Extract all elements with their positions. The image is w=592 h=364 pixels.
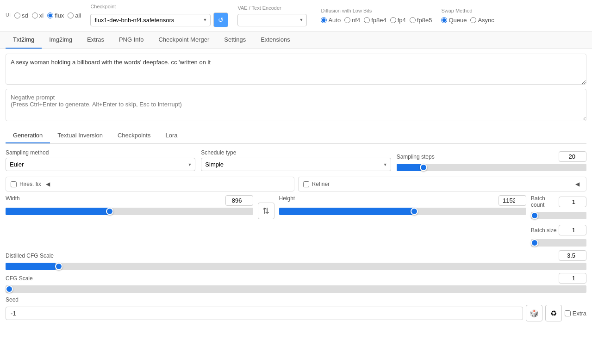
diffusion-auto[interactable]: Auto xyxy=(321,17,341,24)
seed-recycle-btn[interactable]: ♻ xyxy=(545,305,562,321)
sub-tab-textual-inversion[interactable]: Textual Inversion xyxy=(50,128,110,143)
sampling-steps-slider[interactable] xyxy=(397,164,586,171)
dims-batch-row: Width ⇅ Height Batch count xyxy=(6,195,586,247)
hires-collapse-btn[interactable]: ◀ xyxy=(44,180,52,188)
sampling-steps-label: Sampling steps xyxy=(397,154,435,160)
sub-tabs: Generation Textual Inversion Checkpoints… xyxy=(6,128,586,144)
hires-fix-checkbox[interactable] xyxy=(11,181,17,187)
checkpoint-select[interactable]: flux1-dev-bnb-nf4.safetensors xyxy=(90,14,211,26)
tab-extras[interactable]: Extras xyxy=(80,31,112,49)
extra-checkbox-label[interactable]: Extra xyxy=(565,310,586,317)
checkpoint-title: Checkpoint xyxy=(90,4,116,9)
tab-extensions[interactable]: Extensions xyxy=(253,31,298,49)
tab-txt2img[interactable]: Txt2img xyxy=(6,31,42,49)
width-label: Width xyxy=(6,195,20,206)
main-content: A sexy woman holding a billboard with th… xyxy=(0,49,592,326)
swap-queue[interactable]: Queue xyxy=(441,17,467,24)
sampling-method-col: Sampling method Euler Euler a DPM++ 2M D… xyxy=(6,149,195,171)
sampling-method-select[interactable]: Euler Euler a DPM++ 2M DPM++ SDE DDIM xyxy=(6,158,195,171)
batch-size-slider[interactable] xyxy=(531,239,586,247)
swap-method-radio-group: Queue Async xyxy=(441,17,494,24)
ui-radio-xl[interactable]: xl xyxy=(32,12,44,19)
diffusion-section: Diffusion with Low Bits Auto nf4 fp8e4 f… xyxy=(321,8,432,24)
diffusion-fp4[interactable]: fp4 xyxy=(390,17,406,24)
cfg-scale-row: CFG Scale xyxy=(6,273,586,293)
sub-tab-checkpoints[interactable]: Checkpoints xyxy=(110,128,158,143)
width-col: Width xyxy=(6,195,253,215)
checkpoint-section: Checkpoint flux1-dev-bnb-nf4.safetensors… xyxy=(90,4,228,27)
main-tabs: Txt2img Img2img Extras PNG Info Checkpoi… xyxy=(0,31,592,49)
steps-col: Sampling steps xyxy=(397,151,586,171)
sub-tab-generation[interactable]: Generation xyxy=(6,128,50,143)
distilled-cfg-slider[interactable] xyxy=(6,263,586,270)
generation-panel: Sampling method Euler Euler a DPM++ 2M D… xyxy=(6,149,586,321)
cfg-scale-slider[interactable] xyxy=(6,285,586,293)
vae-title: VAE / Text Encoder xyxy=(237,5,281,11)
cfg-scale-value[interactable] xyxy=(559,273,586,284)
refiner-box: Refiner ◀ xyxy=(298,177,587,191)
schedule-type-label: Schedule type xyxy=(201,149,391,156)
height-slider[interactable] xyxy=(279,208,527,215)
swap-method-section: Swap Method Queue Async xyxy=(441,8,494,24)
width-value[interactable] xyxy=(225,195,253,206)
diffusion-title: Diffusion with Low Bits xyxy=(321,8,372,13)
sampling-row: Sampling method Euler Euler a DPM++ 2M D… xyxy=(6,149,586,171)
diffusion-nf4[interactable]: nf4 xyxy=(344,17,360,24)
checkpoint-icon-btn[interactable]: ↺ xyxy=(213,12,228,27)
batch-size-label: Batch size xyxy=(531,227,556,234)
top-bar: UI sd xl flux all Checkpoint flux1-dev-b… xyxy=(0,0,592,31)
swap-dims-btn[interactable]: ⇅ xyxy=(258,203,274,219)
batch-size-value[interactable] xyxy=(559,225,586,235)
tab-png-info[interactable]: PNG Info xyxy=(112,31,151,49)
height-value[interactable] xyxy=(499,195,526,206)
negative-prompt-wrapper xyxy=(6,86,586,123)
ui-radio-group: sd xl flux all xyxy=(14,12,81,19)
tab-checkpoint-merger[interactable]: Checkpoint Merger xyxy=(151,31,217,49)
positive-prompt[interactable]: A sexy woman holding a billboard with th… xyxy=(6,54,586,85)
cfg-scale-label: CFG Scale xyxy=(6,275,33,282)
diffusion-fp8e5[interactable]: fp8e5 xyxy=(410,17,432,24)
ui-section: UI sd xl flux all xyxy=(6,12,81,19)
height-col: Height xyxy=(279,195,527,215)
ui-radio-all[interactable]: all xyxy=(68,12,81,19)
distilled-cfg-value[interactable] xyxy=(559,250,586,261)
extra-label: Extra xyxy=(573,310,586,317)
diffusion-fp8e4[interactable]: fp8e4 xyxy=(364,17,386,24)
sampling-method-label: Sampling method xyxy=(6,149,195,156)
seed-input[interactable] xyxy=(6,307,523,320)
sampling-steps-value[interactable] xyxy=(559,151,586,162)
batch-count-value[interactable] xyxy=(559,197,586,207)
ui-label: UI xyxy=(6,12,11,18)
refiner-checkbox[interactable] xyxy=(303,181,309,187)
swap-async[interactable]: Async xyxy=(470,17,494,24)
ui-radio-flux[interactable]: flux xyxy=(47,12,64,19)
distilled-cfg-row: Distilled CFG Scale xyxy=(6,250,586,270)
schedule-type-wrapper: Simple Karras Exponential SGM Uniform Be… xyxy=(201,158,391,171)
sub-tab-lora[interactable]: Lora xyxy=(158,128,185,143)
tab-settings[interactable]: Settings xyxy=(217,31,253,49)
hires-refiner-row: Hires. fix ◀ Refiner ◀ xyxy=(6,177,586,191)
width-slider[interactable] xyxy=(6,208,253,215)
schedule-type-col: Schedule type Simple Karras Exponential … xyxy=(201,149,391,171)
refiner-collapse-btn[interactable]: ◀ xyxy=(573,180,581,188)
extra-checkbox[interactable] xyxy=(565,310,571,316)
refiner-label: Refiner xyxy=(312,181,330,187)
swap-method-title: Swap Method xyxy=(441,8,472,13)
batch-count-label: Batch count xyxy=(531,195,559,208)
vae-select-wrapper xyxy=(237,14,307,26)
negative-prompt[interactable] xyxy=(6,89,586,121)
ui-radio-sd[interactable]: sd xyxy=(14,12,28,19)
distilled-cfg-label: Distilled CFG Scale xyxy=(6,253,54,259)
batch-count-slider[interactable] xyxy=(531,212,586,219)
hires-fix-label: Hires. fix xyxy=(19,181,41,187)
tab-img2img[interactable]: Img2img xyxy=(42,31,80,49)
checkpoint-select-wrapper: flux1-dev-bnb-nf4.safetensors xyxy=(90,14,211,26)
vae-select[interactable] xyxy=(237,14,307,26)
batch-panel: Batch count Batch size xyxy=(531,195,586,247)
seed-label: Seed xyxy=(6,296,586,303)
seed-dice-btn[interactable]: 🎲 xyxy=(526,305,542,321)
schedule-type-select[interactable]: Simple Karras Exponential SGM Uniform Be… xyxy=(201,158,391,171)
seed-row: Seed 🎲 ♻ Extra xyxy=(6,296,586,321)
height-label: Height xyxy=(279,195,295,206)
vae-section: VAE / Text Encoder xyxy=(237,5,312,26)
